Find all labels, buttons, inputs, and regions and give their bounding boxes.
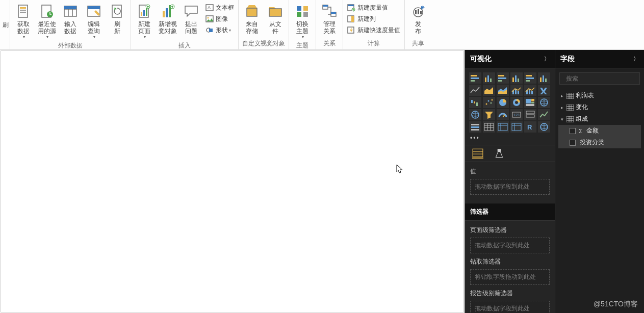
viz-stacked-area[interactable] (497, 85, 509, 96)
table-name: 组成 (576, 115, 588, 123)
triangle-down-icon: ▾ (559, 117, 564, 122)
viz-100-stacked-column[interactable] (538, 72, 550, 84)
new-measure-button[interactable]: 新建度量值 (345, 2, 402, 13)
edit-queries-button[interactable]: 编辑 查询▾ (83, 2, 105, 40)
viz-card[interactable]: 123 (510, 109, 523, 120)
svg-rect-86 (531, 99, 534, 101)
table-row[interactable]: ▸利润表 (558, 90, 641, 101)
report-canvas[interactable] (1, 50, 464, 312)
get-data-button[interactable]: 获取 数据▾ (12, 2, 35, 40)
shapes-button[interactable]: 形状▾ (203, 24, 236, 36)
viz-pie[interactable] (497, 97, 509, 108)
from-file-button[interactable]: 从文 件 (264, 2, 287, 36)
format-tab[interactable] (494, 148, 505, 159)
table-row[interactable]: ▾组成 (558, 113, 641, 125)
svg-point-26 (208, 17, 209, 19)
viz-arcgis[interactable] (538, 121, 550, 133)
svg-rect-74 (531, 91, 533, 94)
viz-multi-row-card[interactable] (524, 109, 536, 120)
table-row[interactable]: ▸变化 (558, 101, 641, 113)
viz-donut[interactable] (510, 97, 523, 108)
ask-question-button[interactable]: 提出 问题 (180, 2, 202, 36)
viz-table[interactable] (483, 121, 495, 133)
fields-header[interactable]: 字段 〉 (555, 50, 644, 68)
switch-theme-button[interactable]: 切换 主题▾ (291, 2, 314, 40)
drill-filters-well[interactable]: 将钻取字段拖动到此处 (470, 269, 550, 285)
ribbon-left-slice[interactable]: 刷 (1, 0, 10, 50)
page-filters-well[interactable]: 拖动数据字段到此处 (470, 238, 550, 253)
svg-rect-118 (473, 149, 483, 156)
new-visual-button[interactable]: 新增视 觉对象 (157, 2, 179, 36)
svg-rect-54 (485, 77, 486, 82)
recent-sources-button[interactable]: 最近使 用的源▾ (36, 2, 58, 40)
svg-rect-61 (515, 75, 517, 82)
svg-rect-53 (471, 80, 475, 82)
drill-filters-label: 钻取筛选器 (470, 257, 550, 266)
viz-scatter[interactable] (483, 97, 495, 108)
field-checkbox[interactable] (570, 128, 576, 134)
report-filters-well[interactable]: 拖动数据字段到此处 (470, 301, 550, 313)
new-quick-measure-button[interactable]: 新建快速度量值 (345, 24, 402, 36)
viz-stacked-column[interactable] (483, 72, 495, 84)
publish-button[interactable]: 发 布 (407, 2, 429, 36)
viz-line-stacked[interactable] (524, 85, 536, 96)
svg-point-80 (491, 102, 492, 104)
viz-waterfall[interactable] (469, 97, 481, 108)
field-checkbox[interactable] (570, 140, 576, 146)
visualizations-header[interactable]: 可视化 〉 (465, 50, 555, 68)
svg-rect-98 (526, 111, 534, 114)
text-box-button[interactable]: A 文本框 (203, 2, 236, 13)
svg-rect-62 (518, 79, 519, 82)
shapes-icon (205, 26, 214, 34)
viz-map[interactable] (538, 97, 550, 108)
values-well[interactable]: 拖动数据字段到此处 (470, 179, 550, 195)
svg-rect-103 (484, 123, 494, 131)
enter-data-label: 输入 数据 (64, 20, 76, 35)
get-data-icon (15, 3, 32, 19)
viz-clustered-column[interactable] (510, 72, 523, 84)
fields-search[interactable] (559, 72, 640, 85)
viz-line[interactable] (469, 85, 481, 96)
triangle-right-icon: ▸ (559, 105, 564, 110)
viz-filled-map[interactable] (469, 109, 481, 120)
viz-treemap[interactable] (524, 97, 536, 108)
manage-relationships-button[interactable]: 管理 关系 (318, 2, 341, 36)
viz-r-visual[interactable]: R (524, 121, 536, 133)
viz-stacked-bar[interactable] (469, 72, 481, 84)
from-store-button[interactable]: 来自 存储 (241, 2, 263, 36)
more-visuals-button[interactable]: ••• (465, 135, 555, 145)
visualizations-panel: 可视化 〉 123R ••• 值 拖动数据字段到此处 筛 (465, 50, 555, 313)
viz-kpi[interactable] (538, 109, 550, 120)
viz-gauge[interactable] (497, 109, 509, 120)
viz-ribbon-chart[interactable] (538, 85, 550, 96)
group-label-share: 共享 (407, 38, 429, 50)
field-row[interactable]: Σ金额 (558, 125, 641, 137)
new-measure-label: 新建度量值 (357, 4, 388, 11)
edit-queries-icon (86, 3, 102, 19)
svg-rect-35 (303, 12, 308, 17)
new-column-button[interactable]: 新建列 (345, 13, 402, 24)
svg-rect-121 (498, 149, 501, 151)
enter-data-button[interactable]: 输入 数据 (59, 2, 82, 36)
ribbon-group-custom-visuals: 来自 存储 从文 件 自定义视觉对象 (239, 0, 289, 50)
fields-search-input[interactable] (566, 75, 642, 82)
image-button[interactable]: 图像 (203, 13, 236, 24)
svg-rect-12 (88, 6, 100, 9)
svg-rect-10 (64, 6, 76, 9)
field-row[interactable]: 投资分类 (558, 137, 641, 148)
ribbon-group-theme: 切换 主题▾ 主题 (289, 0, 316, 50)
viz-funnel[interactable] (483, 109, 495, 120)
svg-rect-16 (143, 10, 145, 16)
viz-clustered-bar[interactable] (497, 72, 509, 84)
viz-matrix[interactable] (497, 121, 509, 133)
refresh-button[interactable]: 刷 新 (106, 2, 128, 36)
fields-tab[interactable] (472, 148, 483, 159)
mouse-cursor-icon (396, 164, 403, 173)
viz-100-stacked-bar[interactable] (524, 72, 536, 84)
viz-matrix-preview[interactable] (510, 121, 523, 133)
viz-line-clustered[interactable] (510, 85, 523, 96)
viz-area[interactable] (483, 85, 495, 96)
new-page-button[interactable]: 新建 页面▾ (133, 2, 156, 40)
svg-rect-102 (471, 129, 479, 131)
viz-slicer[interactable] (469, 121, 481, 133)
